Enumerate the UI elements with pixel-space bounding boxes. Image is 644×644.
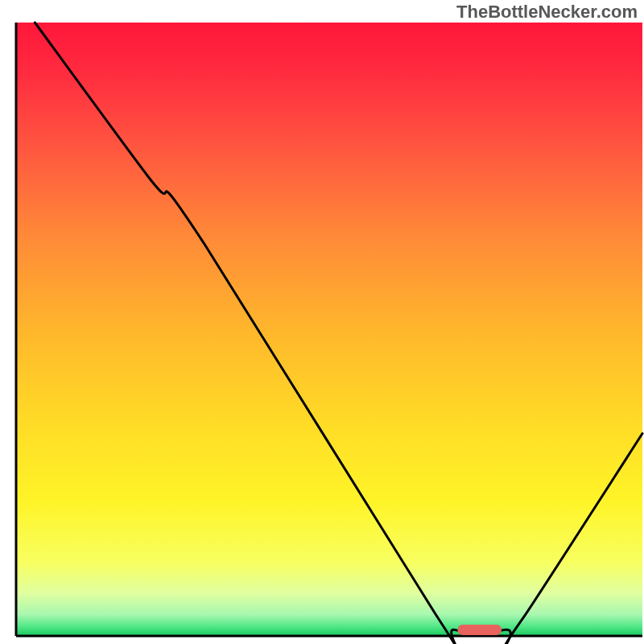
- chart-container: TheBottleNecker.com: [0, 0, 644, 644]
- optimal-marker: [457, 625, 501, 635]
- plot-background: [16, 23, 642, 636]
- watermark-text: TheBottleNecker.com: [456, 2, 638, 23]
- bottleneck-chart: [0, 0, 644, 644]
